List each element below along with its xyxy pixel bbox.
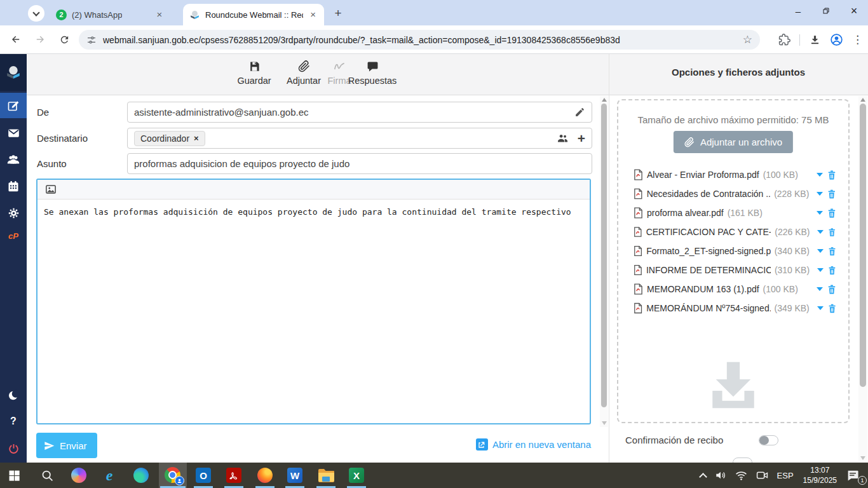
tab-whatsapp[interactable]: 2 (2) WhatsApp × (50, 4, 172, 25)
sidebar-item-darkmode[interactable] (0, 383, 27, 408)
receipt-toggle[interactable] (759, 435, 778, 445)
sidebar-item-settings[interactable] (0, 200, 27, 226)
taskbar-word-button[interactable]: W (281, 463, 309, 488)
reload-button[interactable] (55, 30, 74, 49)
responses-button[interactable]: Respuestas (349, 60, 395, 86)
sidebar-item-cpanel[interactable]: cP (0, 223, 27, 248)
attach-file-button[interactable]: Adjuntar un archivo (674, 131, 793, 153)
from-field[interactable]: asistente-administrativo@sanjuan.gob.ec (127, 102, 592, 123)
delete-attachment-icon[interactable] (827, 170, 837, 180)
attachment-size: (310 KB) (775, 265, 810, 275)
attachment-menu-icon[interactable] (817, 230, 824, 234)
attachment-row[interactable]: Alvear - Enviar Proforma.pdf (100 KB) (634, 165, 837, 184)
delete-attachment-icon[interactable] (827, 227, 837, 238)
taskbar-ie-button[interactable]: e (95, 463, 123, 488)
taskbar-excel-button[interactable]: X (342, 463, 370, 488)
sidebar-item-calendar[interactable] (0, 173, 27, 199)
recipient-chip[interactable]: Coordinador × (134, 131, 205, 146)
notification-badge: 1 (858, 476, 867, 485)
attachment-row[interactable]: Formato_2_ET-signed-signed.p... (340 KB) (634, 241, 837, 261)
tray-meet-now[interactable] (752, 463, 773, 488)
attachment-menu-icon[interactable] (817, 306, 824, 310)
taskbar-copilot-button[interactable] (65, 463, 93, 488)
attachment-menu-icon[interactable] (817, 268, 824, 272)
attachment-row[interactable]: MEMORANDUM 163 (1).pdf (100 KB) (634, 280, 837, 299)
attachment-menu-icon[interactable] (817, 249, 824, 253)
attachment-dropzone[interactable]: Tamaño de archivo máximo permitido: 75 M… (617, 99, 850, 423)
forward-button[interactable] (31, 30, 50, 49)
window-minimize-button[interactable]: – (784, 0, 812, 22)
address-book-icon[interactable] (557, 132, 569, 144)
tab-close-icon[interactable]: × (308, 9, 318, 20)
attachment-menu-icon[interactable] (817, 287, 823, 291)
sidebar-item-compose[interactable] (0, 93, 27, 118)
taskbar-search-button[interactable] (33, 463, 61, 488)
taskbar-chrome-button[interactable] (159, 463, 187, 488)
message-editor[interactable]: Se anexan las proformas adquisición de e… (36, 179, 591, 424)
tray-expand-button[interactable] (696, 463, 710, 488)
browser-menu-icon[interactable]: ⋮ (852, 33, 863, 46)
roundcube-logo[interactable] (0, 54, 27, 91)
delete-attachment-icon[interactable] (827, 208, 837, 219)
edit-pencil-icon[interactable] (574, 107, 585, 118)
profile-icon[interactable] (830, 33, 843, 46)
panel-scrollbar[interactable] (858, 96, 867, 462)
tray-clock[interactable]: 13:07 15/9/2025 (798, 463, 842, 488)
attachment-menu-icon[interactable] (817, 211, 823, 215)
attachment-row[interactable]: Necesidades de Contratación ... (228 KB) (634, 184, 837, 203)
delete-attachment-icon[interactable] (827, 284, 837, 295)
attachment-menu-icon[interactable] (817, 173, 823, 177)
attachment-row[interactable]: INFORME DE DETERMINACIO... (310 KB) (634, 261, 837, 280)
delete-attachment-icon[interactable] (827, 189, 837, 200)
tray-volume[interactable] (710, 463, 731, 488)
tray-language[interactable]: ESP (773, 463, 798, 488)
taskbar-acrobat-button[interactable] (220, 463, 248, 488)
taskbar-explorer-button[interactable] (312, 463, 340, 488)
delete-attachment-icon[interactable] (827, 303, 837, 314)
scroll-down-arrow[interactable] (860, 456, 865, 460)
back-button[interactable] (6, 30, 25, 49)
taskbar-edge-button[interactable] (127, 463, 155, 488)
tab-roundcube[interactable]: Roundcube Webmail :: Redactar × (183, 4, 324, 25)
bookmark-star-icon[interactable]: ☆ (743, 33, 752, 46)
url-bar[interactable]: webmail.sanjuan.gob.ec/cpsess7628851209/… (79, 30, 760, 50)
delete-attachment-icon[interactable] (827, 246, 837, 257)
attachment-menu-icon[interactable] (817, 192, 823, 196)
sidebar-item-logout[interactable] (0, 436, 27, 461)
insert-image-icon[interactable] (45, 184, 57, 195)
tray-wifi[interactable] (731, 463, 752, 488)
scrollbar-thumb[interactable] (860, 104, 866, 387)
extensions-icon[interactable] (778, 34, 790, 46)
to-field[interactable]: Coordinador × + (127, 128, 592, 149)
message-body[interactable]: Se anexan las proformas adquisición de e… (37, 200, 590, 224)
new-tab-button[interactable]: + (330, 6, 346, 21)
sidebar-item-mail[interactable] (0, 120, 27, 146)
sidebar-item-help[interactable]: ? (0, 409, 27, 434)
sidebar-item-contacts[interactable] (0, 147, 27, 172)
attachment-row[interactable]: proforma alvear.pdf (161 KB) (634, 203, 837, 222)
subject-field[interactable]: proformas adquisicion de equipos proyect… (127, 153, 592, 174)
window-close-button[interactable]: × (840, 0, 868, 22)
delete-attachment-icon[interactable] (827, 265, 837, 276)
tab-search-button[interactable] (28, 5, 44, 22)
notification-center-button[interactable]: 1 (842, 463, 868, 488)
taskbar-firefox-button[interactable] (251, 463, 279, 488)
downloads-icon[interactable] (809, 34, 821, 46)
scroll-down-arrow[interactable] (602, 421, 607, 425)
drop-download-icon (705, 360, 761, 410)
compose-scrollbar[interactable] (600, 96, 608, 427)
scroll-up-arrow[interactable] (860, 98, 865, 102)
scroll-up-arrow[interactable] (602, 98, 607, 102)
add-recipient-icon[interactable]: + (578, 132, 585, 145)
taskbar-outlook-button[interactable]: O (189, 463, 217, 488)
send-button[interactable]: Enviar (36, 433, 97, 458)
start-button[interactable] (0, 463, 28, 488)
window-restore-button[interactable] (812, 0, 840, 22)
tab-close-icon[interactable]: × (154, 9, 165, 20)
attachment-row[interactable]: CERTIFICACION PAC Y CATE-s... (226 KB) (634, 222, 837, 241)
attachment-row[interactable]: MEMORÁNDUM Nº754-signed... (349 KB) (634, 299, 837, 318)
open-new-window-link[interactable]: Abrir en nueva ventana (476, 438, 591, 451)
scrollbar-thumb[interactable] (601, 104, 607, 407)
chip-remove-icon[interactable]: × (194, 133, 199, 143)
save-button[interactable]: Guardar (231, 60, 277, 86)
